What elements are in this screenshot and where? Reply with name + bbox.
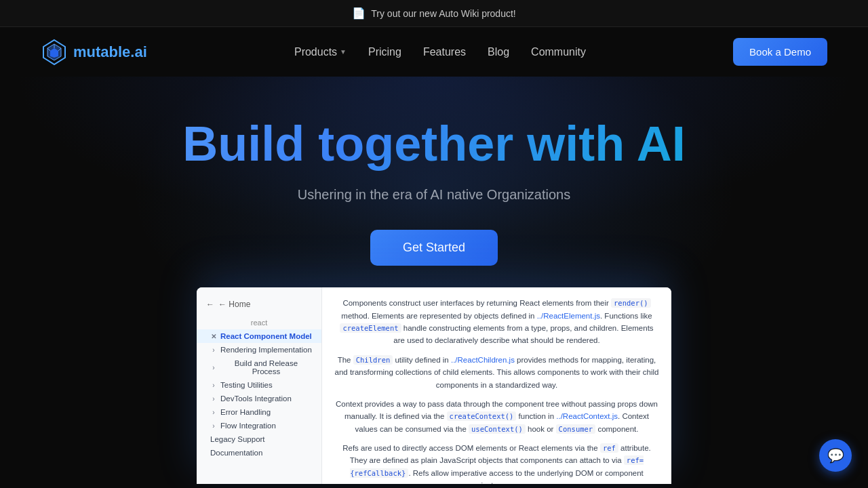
sidebar-item-devtools[interactable]: › DevTools Integration	[197, 392, 321, 405]
chevron-icon: ›	[210, 422, 217, 430]
announcement-text: Try out our new Auto Wiki product!	[371, 8, 515, 19]
sidebar-item-rendering[interactable]: › Rendering Implementation	[197, 343, 321, 357]
home-arrow-icon: ←	[206, 300, 214, 309]
sidebar-item-documentation[interactable]: Documentation	[197, 446, 321, 460]
document-icon: 📄	[352, 7, 366, 20]
announcement-bar: 📄 Try out our new Auto Wiki product!	[0, 0, 868, 27]
hero-subtitle: Ushering in the era of AI native Organiz…	[14, 187, 854, 203]
chevron-down-icon: ▼	[340, 48, 347, 56]
chevron-icon: ›	[210, 346, 217, 354]
sidebar-item-react-component-model[interactable]: ✕ React Component Model	[197, 329, 321, 343]
hero-content: Build together with AI Ushering in the e…	[14, 117, 854, 266]
nav-link-blog[interactable]: Blog	[488, 46, 509, 58]
doc-paragraph-4: Refs are used to directly access DOM ele…	[334, 442, 659, 484]
sidebar-home-link[interactable]: ← ← Home	[197, 296, 321, 313]
nav-item-community[interactable]: Community	[531, 46, 586, 58]
chat-icon: 💬	[827, 447, 844, 464]
doc-paragraph-2: The Children utility defined in ../React…	[334, 354, 659, 391]
nav-link-products[interactable]: Products ▼	[294, 46, 347, 58]
doc-paragraph-1: Components construct user interfaces by …	[334, 297, 659, 347]
nav-item-blog[interactable]: Blog	[488, 46, 509, 58]
nav-item-products[interactable]: Products ▼	[294, 46, 347, 58]
chevron-icon: ›	[210, 382, 217, 389]
sidebar-item-testing[interactable]: › Testing Utilities	[197, 378, 321, 392]
navigation: mutable.ai Products ▼ Pricing Features B…	[0, 27, 868, 77]
sidebar-item-error-handling[interactable]: › Error Handling	[197, 405, 321, 419]
sidebar-item-legacy[interactable]: Legacy Support	[197, 432, 321, 446]
doc-sidebar: ← ← Home react ✕ React Component Model ›…	[197, 287, 322, 484]
doc-main-content: Components construct user interfaces by …	[322, 287, 671, 484]
nav-link-pricing[interactable]: Pricing	[368, 46, 401, 58]
book-demo-button[interactable]: Book a Demo	[733, 38, 827, 66]
chevron-icon: ✕	[210, 333, 217, 340]
logo-text: mutable.ai	[73, 43, 147, 61]
hero-title: Build together with AI	[14, 117, 854, 171]
nav-link-community[interactable]: Community	[531, 46, 586, 58]
nav-links: Products ▼ Pricing Features Blog Communi…	[294, 46, 586, 58]
sidebar-item-flow[interactable]: › Flow Integration	[197, 419, 321, 432]
sidebar-section-label: react	[197, 313, 321, 329]
doc-paragraph-3: Context provides a way to pass data thro…	[334, 398, 659, 435]
nav-item-features[interactable]: Features	[423, 46, 466, 58]
get-started-button[interactable]: Get Started	[370, 230, 498, 266]
chevron-icon: ›	[210, 395, 217, 403]
chevron-icon: ›	[210, 409, 217, 416]
nav-item-pricing[interactable]: Pricing	[368, 46, 401, 58]
chat-button[interactable]: 💬	[819, 439, 852, 472]
nav-link-features[interactable]: Features	[423, 46, 466, 58]
hero-section: Build together with AI Ushering in the e…	[0, 77, 868, 488]
logo[interactable]: mutable.ai	[41, 39, 147, 66]
doc-preview: ← ← Home react ✕ React Component Model ›…	[197, 287, 671, 484]
chevron-icon: ›	[210, 364, 217, 371]
sidebar-item-build-release[interactable]: › Build and Release Process	[197, 357, 321, 378]
